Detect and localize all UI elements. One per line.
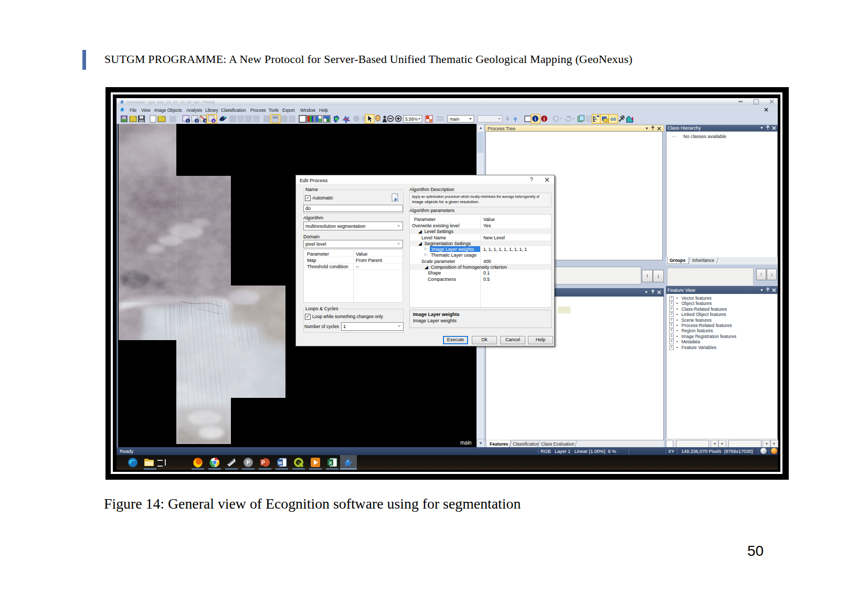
svg-text:2: 2 — [196, 119, 198, 123]
svg-text:P: P — [246, 459, 250, 466]
svg-text:main: main — [450, 117, 460, 122]
svg-text:X: X — [329, 460, 332, 466]
svg-text:óó: óó — [610, 117, 616, 122]
svg-text:P: P — [261, 460, 265, 466]
svg-text:3: 3 — [204, 119, 206, 123]
svg-text:5.56%: 5.56% — [405, 117, 418, 122]
svg-text:i: i — [535, 117, 536, 122]
svg-text:1: 1 — [187, 119, 189, 123]
svg-text:4: 4 — [213, 119, 215, 123]
svg-text:W: W — [278, 460, 282, 466]
svg-text:i: i — [544, 117, 545, 122]
